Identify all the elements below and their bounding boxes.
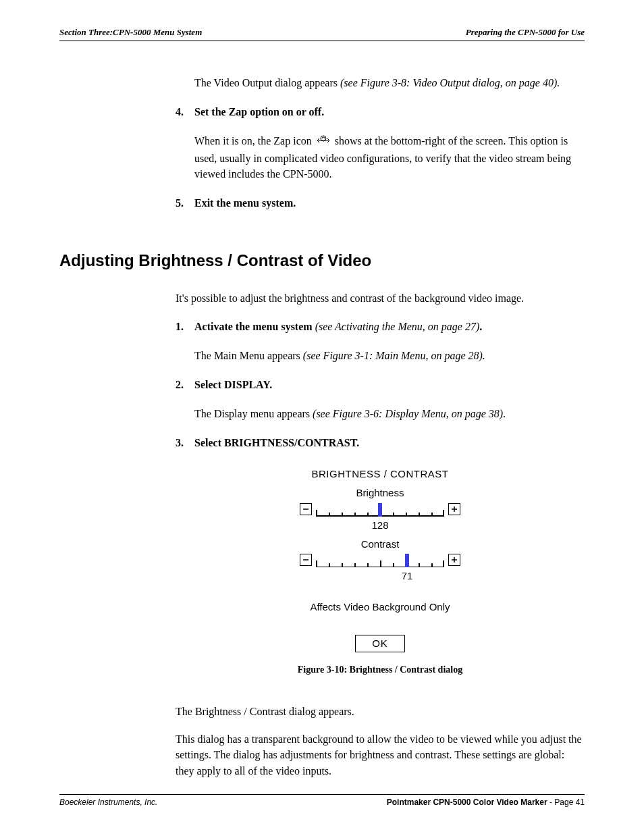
footer-right: Pointmaker CPN-5000 Color Video Marker -…: [387, 798, 585, 807]
brightness-marker[interactable]: [378, 503, 382, 517]
contrast-scale[interactable]: [316, 552, 444, 567]
step-number: 2.: [176, 377, 194, 392]
intro-paragraph: It's possible to adjust the brightness a…: [176, 290, 585, 306]
step-text: Select BRIGHTNESS/CONTRAST.: [194, 435, 359, 450]
step-4: 4. Set the Zap option on or off.: [176, 104, 585, 120]
step-5: 5. Exit the menu system.: [176, 195, 585, 211]
step-1-body: The Main Menu appears (see Figure 3-1: M…: [194, 348, 585, 363]
step-text: Select DISPLAY.: [194, 377, 272, 392]
step-text: Set the Zap option on or off.: [194, 104, 324, 120]
brightness-scale[interactable]: [316, 502, 444, 517]
step-1: 1. Activate the menu system (see Activat…: [176, 319, 585, 334]
header-right: Preparing the CPN-5000 for Use: [466, 27, 585, 38]
step-number: 1.: [176, 319, 194, 334]
step-2: 2. Select DISPLAY.: [176, 377, 585, 392]
header-left: Section Three:CPN-5000 Menu System: [59, 27, 202, 38]
closing-p1: The Brightness / Contrast dialog appears…: [176, 704, 585, 719]
contrast-value: 71: [346, 569, 468, 583]
footer-left: Boeckeler Instruments, Inc.: [59, 798, 157, 807]
dialog-title: BRIGHTNESS / CONTRAST: [292, 467, 468, 481]
dialog-note: Affects Video Background Only: [292, 600, 468, 615]
contrast-slider: [292, 552, 468, 567]
plus-button[interactable]: [448, 503, 460, 515]
contrast-marker[interactable]: [405, 554, 409, 567]
zap-icon: [316, 134, 331, 151]
step-number: 3.: [176, 435, 194, 450]
step-number: 5.: [176, 195, 194, 211]
step-4-body: When it is on, the Zap icon shows at the…: [194, 133, 585, 182]
ok-button[interactable]: OK: [355, 635, 405, 652]
step-text: Activate the menu system (see Activating…: [194, 319, 482, 334]
step-number: 4.: [176, 104, 194, 120]
video-output-paragraph: The Video Output dialog appears (see Fig…: [194, 75, 585, 90]
minus-button[interactable]: [300, 503, 312, 515]
step-text: Exit the menu system.: [194, 195, 296, 211]
brightness-contrast-dialog: BRIGHTNESS / CONTRAST Brightness: [176, 467, 585, 677]
figure-caption: Figure 3-10: Brightness / Contrast dialo…: [298, 663, 462, 677]
page-footer: Boeckeler Instruments, Inc. Pointmaker C…: [59, 794, 585, 807]
step-2-body: The Display menu appears (see Figure 3-6…: [194, 406, 585, 421]
step-3: 3. Select BRIGHTNESS/CONTRAST.: [176, 435, 585, 450]
running-header: Section Three:CPN-5000 Menu System Prepa…: [59, 27, 585, 41]
minus-button[interactable]: [300, 554, 312, 566]
plus-button[interactable]: [448, 554, 460, 566]
closing-p2: This dialog has a transparent background…: [176, 731, 585, 779]
contrast-label: Contrast: [292, 537, 468, 552]
section-heading: Adjusting Brightness / Contrast of Video: [59, 251, 585, 270]
brightness-slider: [292, 502, 468, 517]
brightness-label: Brightness: [292, 486, 468, 500]
brightness-value: 128: [292, 518, 468, 533]
